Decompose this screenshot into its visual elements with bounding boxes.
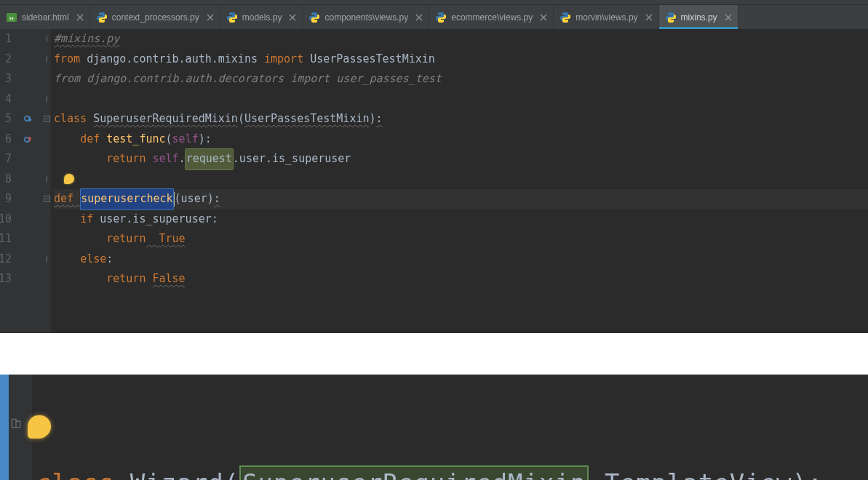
- line-number[interactable]: 4: [0, 89, 35, 110]
- code-token: :: [376, 109, 383, 129]
- fold-strip[interactable]: [42, 29, 51, 333]
- code-token: ,: [589, 468, 604, 481]
- overrides-icon[interactable]: [23, 115, 32, 124]
- python-file-icon: [560, 12, 571, 23]
- code-line[interactable]: else:: [54, 249, 868, 270]
- code-line[interactable]: from django.contrib.auth.decorators impo…: [54, 69, 868, 89]
- code-token: True: [159, 229, 186, 249]
- code-line[interactable]: return self.request.user.is_superuser: [54, 149, 868, 169]
- line-number[interactable]: 10: [0, 209, 35, 230]
- close-tab-icon[interactable]: [75, 12, 85, 23]
- line-number-value: 5: [0, 109, 12, 129]
- tab-label: context_processors.py: [112, 12, 199, 23]
- fold-toggle-icon[interactable]: [42, 109, 51, 129]
- line-number[interactable]: 1: [0, 29, 35, 49]
- code-token: if: [80, 209, 100, 230]
- tab-components-views-py[interactable]: components\views.py: [303, 5, 429, 29]
- titlebar-stub: [0, 0, 868, 5]
- line-number[interactable]: 5: [0, 109, 35, 129]
- code-token: ): [370, 109, 376, 129]
- close-tab-icon[interactable]: [538, 12, 549, 23]
- line-number[interactable]: 6: [0, 129, 35, 150]
- code-token: [146, 229, 159, 249]
- tab-models-py[interactable]: models.py: [220, 5, 303, 29]
- fold-handle-icon[interactable]: [11, 418, 21, 431]
- code-token: ):: [199, 129, 212, 150]
- fold-toggle-icon[interactable]: [42, 89, 51, 110]
- code-token: SuperuserRequiredMixin: [93, 109, 238, 129]
- code-token: [54, 269, 106, 289]
- code-area[interactable]: #mixins.pyfrom django.contrib.auth.mixin…: [51, 29, 868, 333]
- code-token: SuperuserRequiredMixin: [239, 465, 589, 481]
- editor-pane-top: sidebar.htmlcontext_processors.pymodels.…: [0, 0, 868, 333]
- code-token: UserPassesTestMixin: [310, 49, 435, 70]
- fold-toggle-icon[interactable]: [42, 189, 51, 209]
- line-number-value: 13: [0, 269, 12, 289]
- code-token: return: [106, 269, 152, 289]
- code-token: django.contrib.auth.decorators: [87, 69, 290, 89]
- close-tab-icon[interactable]: [205, 12, 215, 23]
- code-line[interactable]: def superusercheck(user):: [54, 189, 868, 209]
- python-file-icon: [665, 12, 677, 23]
- code-token: django.contrib.auth.mixins: [87, 49, 264, 70]
- fold-toggle-icon[interactable]: [42, 169, 51, 190]
- code-token: user_passes_test: [336, 69, 442, 89]
- intention-bulb-icon[interactable]: [64, 174, 74, 184]
- vcs-change-marker: [0, 375, 9, 480]
- code-line[interactable]: [54, 169, 868, 190]
- line-number[interactable]: 9: [0, 189, 35, 209]
- code-editor[interactable]: 12345678910111213 #mixins.pyfrom django.…: [0, 29, 868, 333]
- line-number[interactable]: 3: [0, 69, 35, 89]
- code-token: UserPassesTestMixin: [244, 109, 370, 129]
- code-line[interactable]: from django.contrib.auth.mixins import U…: [54, 49, 868, 70]
- close-tab-icon[interactable]: [414, 12, 424, 23]
- code-line[interactable]: if user.is_superuser:: [54, 209, 868, 230]
- close-tab-icon[interactable]: [723, 12, 733, 23]
- code-line[interactable]: return False: [54, 269, 868, 289]
- tab-ecommerce-views-py[interactable]: ecommerce\views.py: [429, 5, 554, 29]
- line-number[interactable]: 7: [0, 149, 35, 169]
- line-number[interactable]: 11: [0, 229, 35, 249]
- code-line[interactable]: [54, 89, 868, 110]
- python-file-icon: [96, 12, 108, 23]
- code-token: False: [152, 269, 185, 289]
- code-token: TemplateView):: [605, 468, 824, 481]
- python-file-icon: [308, 12, 320, 23]
- editor-pane-bottom: class Wizard(SuperuserRequiredMixin,Temp…: [0, 375, 868, 480]
- tab-morvin-views-py[interactable]: morvin\views.py: [554, 5, 658, 29]
- code-line[interactable]: #mixins.py: [54, 29, 868, 49]
- code-line[interactable]: def test_func(self):: [54, 129, 868, 150]
- python-file-icon: [226, 12, 238, 23]
- code-token: (: [166, 129, 172, 150]
- line-number[interactable]: 12: [0, 249, 35, 270]
- fold-toggle-icon[interactable]: [42, 29, 51, 49]
- intention-bulb-icon[interactable]: [28, 415, 51, 439]
- line-number[interactable]: 13: [0, 269, 35, 289]
- fold-toggle-icon[interactable]: [42, 49, 51, 70]
- fold-toggle-icon[interactable]: [42, 249, 51, 270]
- image-gap: [0, 333, 868, 375]
- line-number-value: 2: [0, 49, 12, 70]
- tab-sidebar-html[interactable]: sidebar.html: [0, 5, 90, 29]
- code-token: self: [152, 149, 178, 169]
- code-token: [54, 129, 80, 150]
- tab-context_processors-py[interactable]: context_processors.py: [90, 5, 220, 29]
- line-number-value: 7: [0, 149, 12, 169]
- overridden-icon[interactable]: [23, 135, 32, 143]
- code-token: :: [106, 249, 113, 270]
- code-line[interactable]: return True: [54, 229, 868, 249]
- line-number-value: 8: [0, 169, 12, 190]
- svg-point-1: [25, 137, 29, 142]
- line-number[interactable]: 8: [0, 169, 35, 190]
- code-token: from: [54, 69, 87, 89]
- close-tab-icon[interactable]: [644, 12, 654, 23]
- tab-mixins-py[interactable]: mixins.py: [659, 5, 738, 29]
- code-token: import: [290, 69, 336, 89]
- tab-label: morvin\views.py: [576, 12, 637, 23]
- code-line[interactable]: class SuperuserRequiredMixin(UserPassesT…: [54, 109, 868, 129]
- code-token: [54, 229, 106, 249]
- line-number[interactable]: 2: [0, 49, 35, 70]
- close-tab-icon[interactable]: [287, 12, 298, 23]
- code-token: def: [54, 189, 80, 209]
- code-token: user.is_superuser:: [100, 209, 218, 230]
